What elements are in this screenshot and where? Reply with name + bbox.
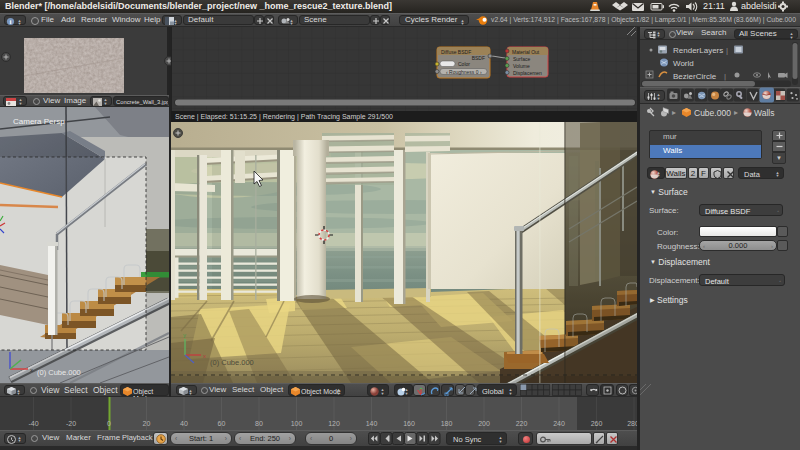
svg-text:Surface: Surface <box>513 56 530 62</box>
svg-text:World: World <box>673 59 694 68</box>
svg-text:|: | <box>726 46 728 55</box>
svg-text:y: y <box>183 332 186 338</box>
svg-text:Volume: Volume <box>513 63 530 69</box>
svg-text:Color: Color <box>458 61 470 67</box>
svg-text:BSDF: BSDF <box>472 55 485 61</box>
svg-text:140: 140 <box>366 420 378 427</box>
svg-text:Material Out: Material Out <box>512 49 540 55</box>
svg-text:100: 100 <box>291 420 303 427</box>
svg-text:280: 280 <box>627 420 637 427</box>
svg-text:Displacemen: Displacemen <box>513 70 542 76</box>
svg-text:-20: -20 <box>66 420 76 427</box>
svg-text:180: 180 <box>441 420 453 427</box>
svg-text:160: 160 <box>403 420 415 427</box>
svg-text:BezierCircle: BezierCircle <box>673 72 717 81</box>
svg-text:120: 120 <box>328 420 340 427</box>
svg-text:▸: ▸ <box>672 108 676 117</box>
svg-text:x: x <box>203 353 206 359</box>
svg-text:Camera Persp: Camera Persp <box>13 117 65 126</box>
svg-text:260: 260 <box>591 420 603 427</box>
svg-text:-40: -40 <box>28 420 38 427</box>
svg-text:240: 240 <box>553 420 565 427</box>
svg-text:(0) Cube.000: (0) Cube.000 <box>37 368 81 377</box>
svg-text:RenderLayers: RenderLayers <box>673 46 723 55</box>
svg-text:0: 0 <box>107 420 111 427</box>
svg-text:‹ Roughness 0 ›: ‹ Roughness 0 › <box>446 69 482 75</box>
svg-text:40: 40 <box>180 420 188 427</box>
svg-text:Diffuse BSDF: Diffuse BSDF <box>441 49 471 55</box>
svg-text:(0) Cube.000: (0) Cube.000 <box>210 358 254 367</box>
svg-text:80: 80 <box>255 420 263 427</box>
svg-text:i: i <box>10 18 12 26</box>
svg-text:x: x <box>30 367 33 373</box>
svg-text:200: 200 <box>478 420 490 427</box>
svg-text:▸: ▸ <box>734 108 738 117</box>
svg-text:Cube.000: Cube.000 <box>694 108 731 118</box>
svg-text:20: 20 <box>143 420 151 427</box>
svg-text:Walls: Walls <box>754 108 774 118</box>
svg-text:60: 60 <box>218 420 226 427</box>
svg-text:220: 220 <box>516 420 528 427</box>
svg-text:|: | <box>724 72 726 81</box>
